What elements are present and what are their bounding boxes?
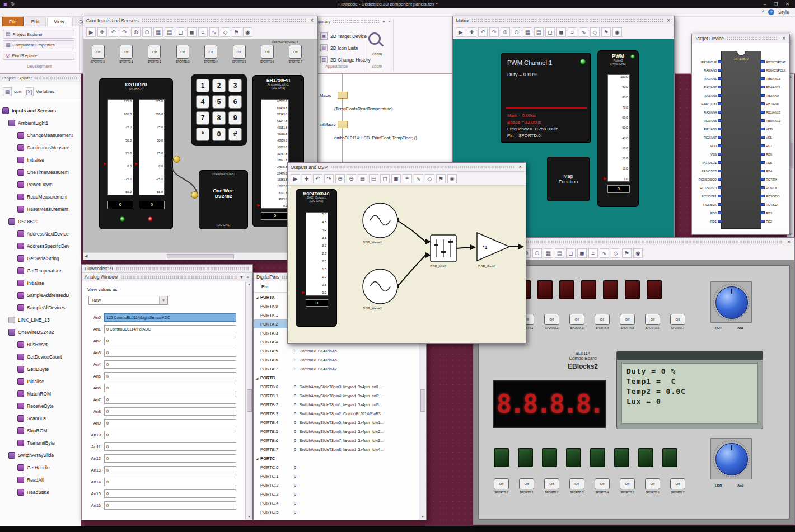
tree-item[interactable]: GetSerialString [0, 252, 81, 265]
undo-icon[interactable]: ↶ [478, 27, 488, 37]
chip-pin[interactable]: VDD [760, 125, 789, 133]
chip-pin[interactable]: RC1/SOSCI [693, 183, 722, 192]
chip-pin[interactable]: VDD [693, 142, 722, 150]
port-switch[interactable]: Off $PORTB.3 [569, 478, 584, 494]
tree-item[interactable]: AddressNextDevice [0, 228, 81, 240]
tree-item[interactable]: Initialise [0, 154, 81, 166]
tree-item[interactable]: ReceiveByte [0, 400, 81, 412]
list-icon[interactable]: ≡ [588, 248, 598, 258]
view-values-dropdown[interactable]: Raw ▾ [88, 296, 168, 305]
box-icon[interactable]: ◻ [566, 248, 576, 258]
chip-pin[interactable]: RD0 [693, 209, 722, 217]
digital-pin-row[interactable]: PORTA.7 0 ComboBL0114/PinA7 [254, 364, 419, 373]
tree-item[interactable]: SwitchArraySlide [0, 449, 81, 462]
zoom-out-icon[interactable]: ⊖ [347, 174, 356, 183]
layers-icon[interactable]: ▤ [534, 27, 544, 37]
tree-item[interactable]: Initialise [0, 375, 81, 388]
tree-item[interactable]: PowerDown [0, 178, 81, 191]
pot-knob[interactable] [710, 281, 752, 323]
green-button[interactable] [590, 448, 605, 467]
ribbon-tab[interactable]: Edit [25, 17, 46, 26]
layers-icon[interactable]: ▤ [555, 248, 564, 258]
green-button[interactable] [614, 448, 629, 467]
scroll-left-icon[interactable]: ◀ [85, 254, 87, 258]
tree-item[interactable]: TransmitByte [0, 437, 81, 449]
close-icon[interactable]: × [786, 239, 792, 245]
digital-pin-row[interactable]: PORTB.2 0 SwitchArraySlideT8pin1; keypad… [254, 400, 419, 409]
tree-item[interactable]: Inputs and Sensors [0, 105, 81, 117]
tree-item[interactable]: BusReset [0, 338, 81, 351]
switch-button[interactable]: Off [670, 314, 685, 325]
analog-value-field[interactable]: 0 [104, 407, 236, 416]
digital-pin-row[interactable]: PORTB.1 0 SwitchArraySlideT8pin4; keypad… [254, 391, 419, 400]
close-button[interactable]: ✕ [783, 2, 792, 7]
analog-value-field[interactable]: 0 [104, 349, 236, 357]
call-macro-icon[interactable] [338, 92, 348, 99]
chip-pin[interactable]: RC7/RX [760, 175, 789, 183]
cursor-icon[interactable]: ▶ [86, 27, 96, 37]
box-icon[interactable]: ◻ [176, 27, 185, 37]
digital-pin-row[interactable]: PORTC.4 0 [254, 498, 419, 507]
layers-icon[interactable]: ▤ [369, 174, 378, 183]
pan-icon[interactable]: ✚ [302, 174, 311, 183]
grid-icon[interactable]: ▦ [153, 27, 163, 37]
chip-body[interactable]: 16F18877 [721, 51, 761, 229]
chip-pin[interactable]: RD3 [760, 209, 789, 217]
pwm-slider-component[interactable]: PWM Pulse2 (PWM CH2) 100.090.080.070.060… [597, 50, 639, 207]
chip-pin[interactable]: RD6 [760, 150, 789, 158]
analog-value-field[interactable]: 0 ComboBL0114/PotADC [104, 325, 236, 333]
analog-value-field[interactable]: 0 [104, 478, 236, 486]
switch-button[interactable]: Off [569, 314, 584, 325]
knob-circle[interactable] [716, 286, 748, 319]
tree-item[interactable]: ScanBus [0, 412, 81, 425]
scroll-up-icon[interactable]: ▲ [247, 283, 251, 286]
green-button[interactable] [542, 448, 557, 467]
chip-pin[interactable]: RB5/AN13 [760, 74, 789, 83]
tree-caret-icon[interactable]: ◢ [254, 295, 260, 299]
onewire-component[interactable]: OneWireDS2482 One Wire DS2482 (I2C CH1) [199, 170, 248, 229]
green-button[interactable] [494, 448, 509, 467]
chip-pin[interactable]: RC0/SOSCO [693, 175, 722, 183]
tree-item[interactable]: GetHandle [0, 462, 81, 474]
digital-pin-row[interactable]: PORTB.4 0 SwitchArraySlideT8pin5; keypad… [254, 418, 419, 427]
analog-value-field[interactable]: 0 [104, 442, 236, 451]
zoom-in-icon[interactable]: ⊕ [501, 27, 510, 37]
chip-pin[interactable]: RC3/SCK [693, 200, 722, 209]
wire-node-icon[interactable] [191, 191, 198, 199]
tree-item[interactable]: SkipROM [0, 425, 81, 437]
port-switch[interactable]: Off $PORTB.0 [494, 478, 509, 494]
pwm-channel-display[interactable]: PWM Channel 1 Duty = 0.00% Mark = 0.00us… [501, 53, 591, 143]
chip-pin[interactable]: RB0/AN12 [760, 116, 789, 125]
chip-pin[interactable]: RA0/AN0 [693, 66, 722, 74]
camera-icon[interactable]: ◉ [243, 27, 252, 37]
chip-pin[interactable]: RB2/AN8 [760, 100, 789, 108]
tree-item[interactable]: AmbientLight1 [0, 117, 81, 129]
port-switch[interactable]: Off $PORTA.2 [544, 314, 559, 329]
port-switch[interactable]: Off $PORTB.2 [544, 478, 559, 494]
switch-button[interactable]: Off [519, 478, 534, 489]
green-button[interactable] [566, 448, 581, 467]
temporary-panel-header[interactable]: Temporary ▾ × [309, 18, 393, 25]
tree-item[interactable]: ChangeMeasurement [0, 129, 81, 142]
tree-item[interactable]: ResetMeasurement [0, 203, 81, 215]
grid-icon[interactable]: ▦ [3, 87, 12, 96]
wire-node-icon[interactable] [173, 156, 180, 163]
chip-pin[interactable]: RC2/CCP1 [693, 192, 722, 200]
wave-icon[interactable]: ∿ [579, 27, 588, 37]
chip-pin[interactable]: RD4 [760, 167, 789, 175]
port-switch[interactable]: Off $PORTB.6 [645, 478, 660, 494]
chip-pin[interactable]: RA4/T0CKI [693, 100, 722, 108]
port-switch[interactable]: Off $PORTA.6 [645, 314, 660, 329]
switch-button[interactable]: Off [595, 314, 610, 325]
zoom-out-icon[interactable]: ⊖ [142, 27, 152, 37]
close-icon[interactable]: × [309, 17, 315, 23]
chip-pin[interactable]: RD2 [760, 217, 789, 225]
chip-pin[interactable]: RD7 [760, 142, 789, 150]
green-button[interactable] [662, 448, 677, 467]
diamond-icon[interactable]: ◇ [611, 248, 620, 258]
diamond-icon[interactable]: ◇ [590, 27, 600, 37]
analog-value-field[interactable]: 0 [104, 431, 236, 439]
digital-pin-row[interactable]: PORTB.0 0 SwitchArraySlideT8pin3; keypad… [254, 382, 419, 391]
diamond-icon[interactable]: ◇ [425, 174, 434, 183]
close-icon[interactable]: × [387, 19, 391, 24]
